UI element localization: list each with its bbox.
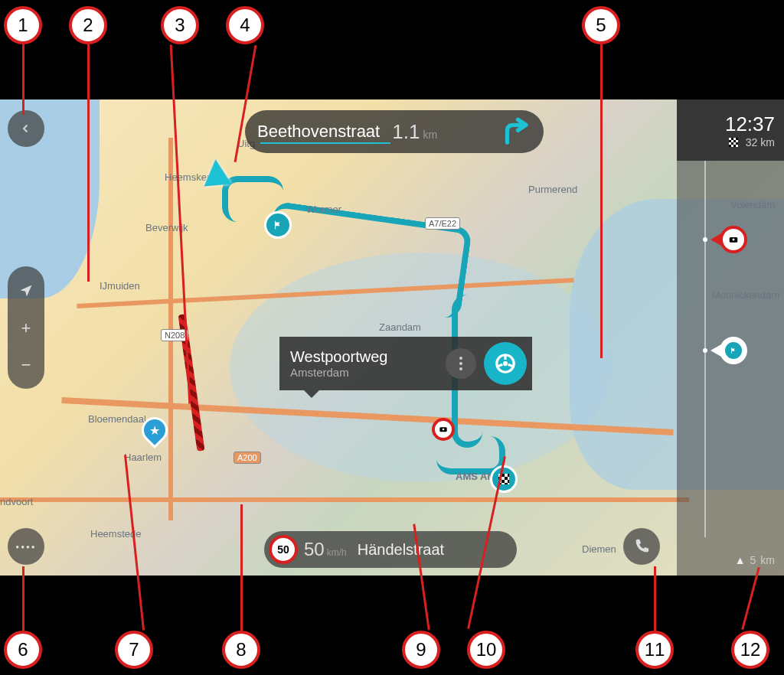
callout-5: 5 xyxy=(582,6,620,44)
location-name: Westpoortweg xyxy=(290,348,446,366)
callout-line xyxy=(87,44,90,282)
callout-line xyxy=(22,44,24,115)
callout-4: 4 xyxy=(226,6,264,44)
back-button[interactable] xyxy=(8,110,44,147)
arrival-time: 12:37 xyxy=(725,112,775,136)
next-street-name: Beethovenstraat xyxy=(257,122,380,142)
road-badge: A7/E22 xyxy=(425,217,460,230)
nav-arrow-icon xyxy=(18,283,34,298)
city-label: Zaandam xyxy=(379,321,421,333)
checkered-flag-icon xyxy=(729,138,738,147)
cursor-arrow-icon: ▲ xyxy=(735,554,746,566)
current-speed-value: 50 xyxy=(304,539,325,560)
phone-button[interactable] xyxy=(623,528,660,565)
turn-right-icon xyxy=(499,116,531,148)
callout-3: 3 xyxy=(161,6,199,44)
road xyxy=(0,497,689,502)
svg-point-3 xyxy=(503,361,508,366)
destination-pin[interactable] xyxy=(490,465,518,493)
next-distance-unit: km xyxy=(423,129,437,141)
track-dot xyxy=(703,348,707,353)
callout-9: 9 xyxy=(402,631,440,669)
camera-icon xyxy=(727,233,740,246)
current-street-name: Händelstraat xyxy=(358,541,444,559)
city-label: Bloemendaal xyxy=(88,413,146,425)
camera-icon xyxy=(437,423,449,435)
svg-point-5 xyxy=(733,239,735,241)
arrival-panel: 12:37 32 km xyxy=(677,99,784,161)
svg-point-1 xyxy=(443,429,445,431)
next-distance-value: 1.1 xyxy=(392,120,420,144)
dot-icon xyxy=(459,357,462,360)
current-speed-unit: km/h xyxy=(327,547,347,558)
waypoint-pin[interactable] xyxy=(264,211,292,239)
callout-2: 2 xyxy=(69,6,107,44)
city-label: IJmuiden xyxy=(100,280,140,292)
steering-wheel-icon xyxy=(494,352,517,375)
dot-icon xyxy=(459,362,462,365)
nav-arrow-button[interactable] xyxy=(8,272,44,309)
flag-icon xyxy=(730,347,737,354)
speed-street-bar: 50 50 km/h Händelstraat xyxy=(264,531,517,568)
remaining-distance-value: 32 xyxy=(746,136,758,148)
remaining-distance-unit: km xyxy=(760,136,775,148)
city-label: ndvoort xyxy=(0,496,33,507)
speed-camera-pin[interactable] xyxy=(432,418,455,441)
star-icon: ★ xyxy=(149,423,160,438)
selected-location-panel: Westpoortweg Amsterdam xyxy=(279,337,532,390)
callout-1: 1 xyxy=(4,6,42,44)
callout-line xyxy=(654,566,656,631)
location-more-button[interactable] xyxy=(446,348,476,379)
flag-icon xyxy=(273,220,283,230)
callout-12: 12 xyxy=(731,631,769,669)
callout-line xyxy=(600,44,603,358)
callout-10: 10 xyxy=(467,631,505,669)
map[interactable]: Heemskerk Beverwijk IJmuiden Bloemendaal… xyxy=(0,99,784,576)
scale-value: 5 xyxy=(750,554,756,566)
city-label: Diemen xyxy=(582,543,616,555)
city-label: Monnickendam xyxy=(712,289,779,301)
route-scale: ▲ 5 km xyxy=(735,554,775,566)
phone-icon xyxy=(633,538,650,555)
back-arrow-icon xyxy=(19,122,33,135)
route-waypoint-marker[interactable] xyxy=(720,337,753,364)
city-label: Wormer xyxy=(306,204,341,215)
current-position-icon xyxy=(202,158,232,186)
callout-line xyxy=(22,566,24,631)
callout-7: 7 xyxy=(115,631,153,669)
location-city: Amsterdam xyxy=(290,366,446,379)
route-track xyxy=(704,161,706,537)
speed-limit-sign: 50 xyxy=(269,535,298,564)
menu-button[interactable]: ●●●● xyxy=(8,528,44,565)
zoom-in-button[interactable]: + xyxy=(8,309,44,346)
scale-unit: km xyxy=(760,554,775,566)
menu-dots-icon: ●●●● xyxy=(15,543,36,550)
zoom-out-button[interactable]: − xyxy=(8,346,44,383)
zoom-panel: + − xyxy=(8,266,44,389)
drive-here-button[interactable] xyxy=(484,342,527,385)
route-camera-marker[interactable] xyxy=(720,226,753,253)
route-bar[interactable]: 12:37 32 km ▲ 5 km Volendam Monnickendam xyxy=(677,99,784,576)
progress-underline xyxy=(260,142,390,144)
track-dot xyxy=(703,237,707,242)
road-badge: A200 xyxy=(234,452,261,464)
callout-6: 6 xyxy=(4,631,42,669)
city-label: Haarlem xyxy=(124,452,162,463)
next-instruction-panel[interactable]: Beethovenstraat 1.1 km xyxy=(245,110,544,153)
city-label: Volendam xyxy=(730,199,775,210)
callout-line xyxy=(240,504,243,631)
callout-8: 8 xyxy=(222,631,260,669)
city-label: Purmerend xyxy=(528,184,577,195)
callout-11: 11 xyxy=(635,631,674,669)
dot-icon xyxy=(459,367,462,370)
